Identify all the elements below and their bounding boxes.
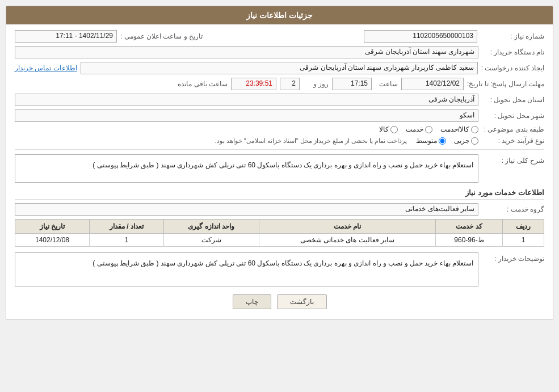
sharh-label: شرح کلی نیاز : <box>482 157 544 165</box>
ijad-value: سعید کاظمی کاربردار شهرداری سهند استان آ… <box>81 62 478 74</box>
nam-dastgah-label: نام دستگاه خریدار : <box>482 48 544 56</box>
ostan-label: استان محل تحویل : <box>482 96 544 104</box>
saat-value: 17:15 <box>332 78 372 90</box>
table-row: 1ط-96-960سایر فعالیت هاى خدماتى شخصىشرکت… <box>15 234 544 247</box>
shahr-value: اسکو <box>15 109 478 122</box>
cell-date: 1402/12/08 <box>15 234 90 247</box>
goroh-label: گروه خدمت : <box>482 205 544 213</box>
radio-motavasset[interactable]: متوسط <box>416 137 446 145</box>
radio-kala-khadamat-input[interactable] <box>471 126 478 133</box>
rooz-label: روز و <box>303 80 329 88</box>
shahr-label: شهر محل تحویل : <box>482 112 544 120</box>
goroh-value: سایر فعالیت‌های خدماتی <box>15 203 478 216</box>
khadamat-section-title: اطلاعات خدمات مورد نیاز <box>15 188 544 200</box>
cell-code: ط-96-960 <box>436 234 503 247</box>
ijad-label: ایجاد کننده درخواست : <box>481 64 544 72</box>
services-table: ردیف کد خدمت نام خدمت واحد اندازه گیری ت… <box>15 219 544 247</box>
radio-kala[interactable]: کالا <box>379 125 398 133</box>
tabaqe-label: طبقه بندی موضوعی : <box>482 125 544 133</box>
col-radif: ردیف <box>502 220 544 234</box>
tozihat-label: توضیحات خریدار : <box>482 255 544 263</box>
faraind-note: پرداخت تمام یا بخشی از مبلغ خریداز محل "… <box>215 137 407 145</box>
print-button[interactable]: چاپ <box>233 294 271 309</box>
ostan-value: آذربایجان شرقی <box>15 94 478 106</box>
cell-unit: شرکت <box>163 234 259 247</box>
col-name: نام خدمت <box>259 220 436 234</box>
saat-label: ساعت <box>375 80 398 88</box>
radio-jazii-input[interactable] <box>471 137 478 145</box>
tabaqe-radio-group: کالا/خدمت خدمت کالا <box>379 125 478 133</box>
radio-kala-khadamat[interactable]: کالا/خدمت <box>440 125 478 133</box>
faraind-radio-group: جزیی متوسط <box>416 137 478 145</box>
tarikh-elan-value: 1402/11/29 - 17:11 <box>15 30 117 43</box>
etelaat-tamas-link[interactable]: اطلاعات تماس خریدار <box>15 64 77 72</box>
countdown-value: 23:39:51 <box>231 78 276 90</box>
cell-radif: 1 <box>502 234 544 247</box>
tarikh-elan-label: تاریخ و ساعت اعلان عمومی : <box>120 32 203 40</box>
faraind-label: نوع فرآیند خرید : <box>482 137 544 145</box>
col-date: تاریخ نیاز <box>15 220 90 234</box>
shomara-label: شماره نیاز : <box>482 32 544 40</box>
cell-name: سایر فعالیت هاى خدماتى شخصى <box>259 234 436 247</box>
col-unit: واحد اندازه گیری <box>163 220 259 234</box>
col-count: تعداد / مقدار <box>89 220 163 234</box>
sharh-value: استعلام بهاء خرید حمل و نصب و راه اندازی… <box>15 154 478 183</box>
tarikh-value: 1402/12/02 <box>401 78 464 90</box>
radio-kala-input[interactable] <box>390 126 398 133</box>
button-group: بازگشت چاپ <box>15 294 544 309</box>
radio-khadamat-input[interactable] <box>425 126 432 133</box>
cell-count: 1 <box>89 234 163 247</box>
mohlat-label: مهلت ارسال پاسخ: تا تاریخ: <box>467 80 544 88</box>
page-title: جزئیات اطلاعات نیاز <box>6 6 553 24</box>
shomara-value: 1102005650000103 <box>364 30 477 43</box>
nam-dastgah-value: شهرداری سهند استان آذربایجان شرقی <box>15 46 478 58</box>
rooz-value: 2 <box>280 78 300 90</box>
radio-motavasset-input[interactable] <box>439 137 446 145</box>
tozihat-value: استعلام بهاء خرید حمل و نصب و راه اندازی… <box>15 252 478 286</box>
back-button[interactable]: بازگشت <box>277 294 327 309</box>
radio-khadamat[interactable]: خدمت <box>406 125 432 133</box>
baqi-label: ساعت باقی مانده <box>178 80 228 88</box>
col-code: کد خدمت <box>436 220 503 234</box>
radio-jazii[interactable]: جزیی <box>454 137 478 145</box>
